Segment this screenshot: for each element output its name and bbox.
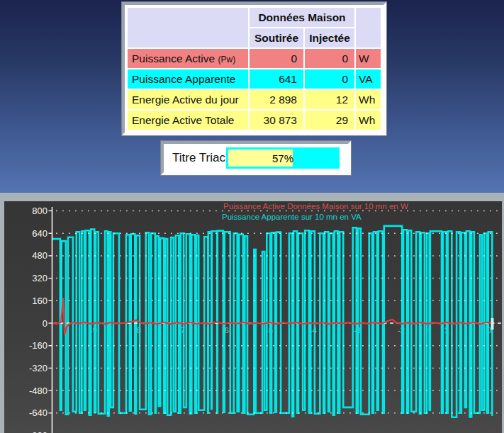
unit-puissance-apparente: VA (356, 69, 381, 89)
legend-apparent-power: Puissance Apparente sur 10 mn en VA (222, 213, 362, 221)
row-label-suffix-pw: (Pw) (218, 55, 236, 64)
value-puissance-active-injectee: 0 (305, 49, 354, 68)
triac-progress-bar: 57% (226, 147, 340, 169)
value-puissance-apparente-soutiree: 641 (250, 69, 303, 89)
table-title: Données Maison (250, 8, 354, 27)
table-row-energie-totale: Energie Active Totale 30 873 29 Wh (128, 111, 381, 130)
triac-panel: Titre Triac 57% (161, 141, 351, 175)
y-tick-label: 320 (32, 273, 47, 283)
table-row-energie-jour: Energie Active du jour 2 898 12 Wh (128, 90, 381, 109)
y-tick-label: -640 (29, 407, 47, 418)
chart-plot-area: -9-8-7-6-5-4-3-2-108006404803201600-160-… (4, 201, 502, 433)
row-label-energie-jour: Energie Active du jour (128, 90, 248, 109)
y-tick-label: -800 (29, 430, 47, 433)
column-header-injectee: Injectée (305, 28, 354, 47)
unit-energie-jour: Wh (356, 90, 381, 109)
y-tick-label: -160 (29, 340, 47, 351)
row-label-puissance-active: Puissance Active (Pw) (128, 49, 248, 68)
chart-panel: -9-8-7-6-5-4-3-2-108006404803201600-160-… (0, 193, 504, 433)
triac-label: Titre Triac (172, 151, 225, 165)
cursor-marker (491, 318, 494, 330)
legend-active-power: Puissance Active Données Maison sur 10 m… (223, 202, 408, 210)
y-tick-label: 640 (32, 228, 47, 239)
value-energie-totale-injectee: 29 (305, 111, 354, 130)
apparent-power-trace (52, 226, 492, 417)
value-energie-jour-soutiree: 2 898 (250, 90, 303, 109)
y-tick-label: 480 (32, 250, 47, 261)
value-puissance-apparente-injectee: 0 (305, 69, 354, 89)
y-tick-label: 160 (32, 296, 47, 306)
value-puissance-active-soutiree: 0 (250, 49, 303, 68)
power-chart: -9-8-7-6-5-4-3-2-108006404803201600-160-… (4, 201, 502, 433)
value-energie-jour-injectee: 12 (305, 90, 354, 109)
table-unit-header-cell (356, 8, 381, 47)
table-row-puissance-active: Puissance Active (Pw) 0 0 W (128, 49, 381, 68)
y-tick-label: -480 (29, 386, 47, 396)
table-corner-cell (128, 8, 248, 47)
table-row-puissance-apparente: Puissance Apparente 641 0 VA (128, 69, 381, 89)
donnees-maison-grid: Données Maison Soutirée Injectée Puissan… (126, 6, 382, 131)
value-energie-totale-soutiree: 30 873 (250, 111, 303, 130)
top-panel: Données Maison Soutirée Injectée Puissan… (0, 0, 504, 193)
row-label-puissance-apparente: Puissance Apparente (128, 69, 248, 89)
donnees-maison-table: Données Maison Soutirée Injectée Puissan… (122, 2, 386, 135)
unit-puissance-active: W (356, 49, 381, 68)
column-header-soutiree: Soutirée (250, 28, 303, 47)
triac-percent-value: 57% (226, 147, 340, 169)
unit-energie-totale: Wh (356, 111, 381, 130)
y-tick-label: 0 (43, 318, 47, 329)
y-tick-label: -320 (29, 363, 47, 373)
y-tick-label: 800 (32, 206, 47, 216)
row-label-energie-totale: Energie Active Totale (128, 111, 248, 130)
table-header-row-1: Données Maison (128, 8, 381, 27)
